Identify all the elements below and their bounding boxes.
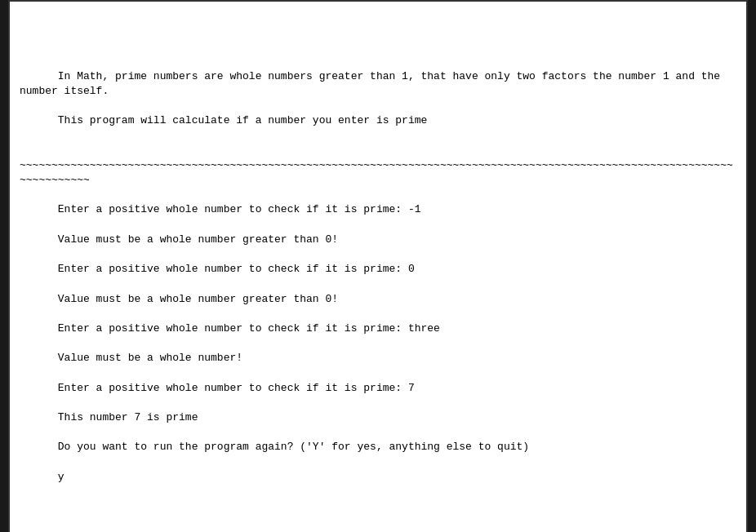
session-1: In Math, prime numbers are whole numbers… [20, 55, 736, 515]
divider-1: ~~~~~~~~~~~~~~~~~~~~~~~~~~~~~~~~~~~~~~~~… [20, 159, 733, 186]
session-1-intro-line1: In Math, prime numbers are whole numbers… [20, 70, 727, 97]
terminal-content: In Math, prime numbers are whole numbers… [20, 10, 736, 532]
terminal-window: In Math, prime numbers are whole numbers… [8, 0, 748, 532]
session-1-intro-line2: This program will calculate if a number … [58, 114, 427, 126]
session-1-line-4: Enter a positive whole number to check i… [58, 322, 440, 335]
session-1-line-9: y [58, 471, 64, 483]
session-1-line-7: This number 7 is prime [58, 411, 198, 423]
session-1-line-8: Do you want to run the program again? ('… [58, 441, 529, 453]
session-1-line-0: Enter a positive whole number to check i… [58, 203, 421, 215]
session-1-line-5: Value must be a whole number! [58, 352, 242, 364]
session-1-line-2: Enter a positive whole number to check i… [58, 263, 415, 275]
session-1-line-3: Value must be a whole number greater tha… [58, 293, 338, 305]
session-1-line-1: Value must be a whole number greater tha… [58, 233, 338, 246]
session-1-line-6: Enter a positive whole number to check i… [58, 382, 415, 394]
